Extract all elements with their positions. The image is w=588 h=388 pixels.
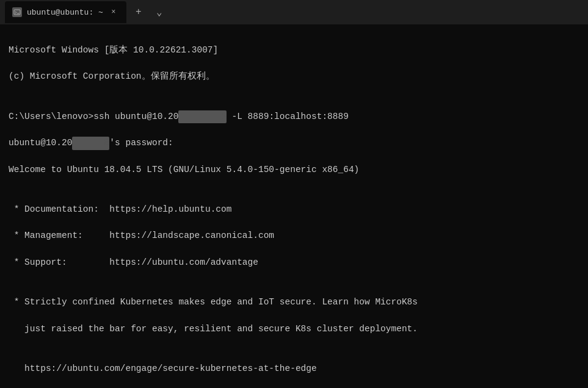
terminal-line-5: ubuntu@10.20 8's password: bbox=[9, 138, 173, 148]
terminal-body[interactable]: Microsoft Windows [版本 10.0.22621.3007] (… bbox=[0, 24, 588, 388]
terminal-line-9: * Management: https://landscape.canonica… bbox=[9, 231, 274, 240]
terminal-line-10: * Support: https://ubuntu.com/advantage bbox=[9, 257, 258, 267]
dropdown-button[interactable]: ⌄ bbox=[150, 2, 169, 22]
svg-rect-0 bbox=[14, 10, 20, 15]
new-tab-button[interactable]: + bbox=[129, 2, 148, 22]
terminal-line-4: C:\Users\lenovo>ssh ubuntu@10.20 8 -L 88… bbox=[9, 112, 349, 121]
terminal-line-6: Welcome to Ubuntu 18.04.5 LTS (GNU/Linux… bbox=[9, 165, 359, 174]
title-bar: ubuntu@ubuntu: ~ × + ⌄ bbox=[0, 0, 588, 24]
redacted-ip-1: 8 bbox=[178, 110, 226, 124]
terminal-line-8: * Documentation: https://help.ubuntu.com bbox=[9, 204, 231, 214]
redacted-ip-2: 8 bbox=[72, 137, 109, 150]
terminal-line-13: just raised the bar for easy, resilient … bbox=[9, 324, 418, 334]
terminal-line-15: https://ubuntu.com/engage/secure-kuberne… bbox=[9, 364, 317, 373]
terminal-line-1: Microsoft Windows [版本 10.0.22621.3007] bbox=[9, 45, 218, 55]
tab-title: ubuntu@ubuntu: ~ bbox=[27, 8, 103, 17]
terminal-line-2: (c) Microsoft Corporation。保留所有权利。 bbox=[9, 71, 215, 81]
terminal-line-12: * Strictly confined Kubernetes makes edg… bbox=[9, 297, 418, 307]
terminal-tab-icon bbox=[12, 7, 22, 17]
tab-close-button[interactable]: × bbox=[108, 7, 119, 18]
terminal-tab[interactable]: ubuntu@ubuntu: ~ × bbox=[5, 1, 126, 23]
title-bar-controls: + ⌄ bbox=[129, 2, 169, 22]
